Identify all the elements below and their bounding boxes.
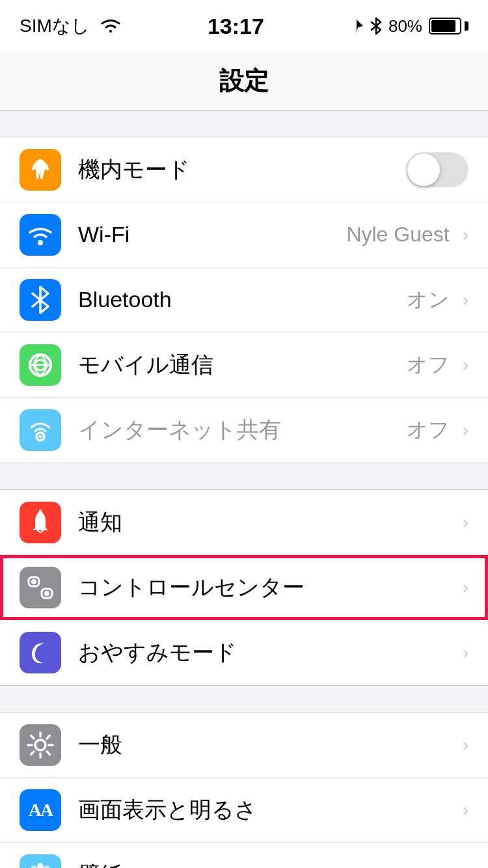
mobile-data-icon [26, 351, 55, 379]
airplane-mode-label: 機内モード [78, 155, 190, 185]
status-right: 80% [349, 16, 468, 36]
wallpaper-right: › [459, 865, 468, 868]
hotspot-label: インターネット共有 [78, 415, 281, 445]
bluetooth-content: Bluetooth オン › [78, 286, 468, 314]
svg-point-9 [44, 591, 49, 596]
bell-icon [27, 508, 53, 537]
bluetooth-chevron: › [463, 290, 468, 310]
svg-rect-5 [39, 509, 42, 512]
control-center-icon-bg [20, 567, 61, 608]
status-bar: SIMなし 13:17 80% [0, 0, 488, 52]
general-right: › [459, 735, 468, 755]
svg-point-4 [39, 435, 42, 439]
airplane-icon [27, 156, 54, 183]
do-not-disturb-row[interactable]: おやすみモード › [0, 620, 488, 685]
hotspot-icon [26, 416, 55, 444]
gear-icon [25, 730, 55, 760]
notifications-label: 通知 [78, 508, 122, 537]
bluetooth-status-icon [370, 17, 382, 35]
do-not-disturb-content: おやすみモード › [78, 638, 468, 668]
mobile-data-content: モバイル通信 オフ › [78, 350, 468, 380]
do-not-disturb-icon-bg [20, 632, 61, 673]
wallpaper-icon-bg [20, 854, 61, 868]
control-center-label: コントロールセンター [78, 573, 305, 603]
status-time: 13:17 [208, 14, 264, 39]
notifications-content: 通知 › [78, 508, 468, 537]
wifi-row-icon [26, 223, 55, 247]
notifications-row[interactable]: 通知 › [0, 490, 488, 555]
hotspot-content: インターネット共有 オフ › [78, 415, 468, 445]
wallpaper-chevron: › [463, 865, 468, 868]
wallpaper-content: 壁紙 › [78, 860, 468, 868]
control-center-right: › [459, 577, 468, 598]
mobile-data-label: モバイル通信 [78, 350, 213, 380]
wallpaper-label: 壁紙 [78, 860, 122, 868]
nav-bar: 設定 [0, 52, 488, 111]
do-not-disturb-right: › [459, 642, 468, 663]
mobile-data-chevron: › [463, 355, 468, 375]
section-gap-1 [0, 111, 488, 137]
bluetooth-row[interactable]: Bluetooth オン › [0, 267, 488, 332]
page-title: 設定 [219, 64, 269, 98]
svg-point-10 [35, 740, 46, 750]
display-content: 画面表示と明るさ › [78, 795, 468, 825]
carrier-label: SIMなし [20, 14, 90, 38]
hotspot-right: オフ › [407, 416, 468, 444]
mobile-data-right: オフ › [407, 351, 468, 379]
bluetooth-label: Bluetooth [78, 287, 172, 312]
hotspot-row[interactable]: インターネット共有 オフ › [0, 398, 488, 463]
moon-icon [26, 638, 55, 667]
wifi-content: Wi-Fi Nyle Guest › [78, 222, 468, 247]
section-gap-2 [0, 463, 488, 489]
notifications-right: › [459, 512, 468, 533]
hotspot-value: オフ [407, 416, 450, 444]
svg-point-0 [38, 240, 43, 245]
bluetooth-value: オン [407, 286, 450, 314]
battery-percent: 80% [388, 16, 422, 36]
control-center-content: コントロールセンター › [78, 573, 468, 603]
display-chevron: › [463, 800, 468, 821]
wifi-icon-bg [20, 214, 61, 256]
status-left: SIMなし [20, 14, 122, 38]
control-center-chevron: › [463, 577, 468, 598]
general-content: 一般 › [78, 730, 468, 760]
bluetooth-row-icon [29, 284, 52, 316]
general-row[interactable]: 一般 › [0, 712, 488, 778]
notification-group: 通知 › コントロールセンター › [0, 489, 488, 686]
wifi-icon [99, 17, 122, 35]
mobile-data-icon-bg [20, 344, 61, 386]
wifi-label: Wi-Fi [78, 222, 129, 247]
airplane-mode-toggle[interactable] [406, 152, 468, 187]
display-row[interactable]: AA 画面表示と明るさ › [0, 778, 488, 843]
switches-icon [25, 572, 56, 603]
section-gap-3 [0, 686, 488, 712]
svg-point-12 [37, 863, 44, 868]
control-center-row[interactable]: コントロールセンター › [0, 555, 488, 620]
display-label: 画面表示と明るさ [78, 795, 257, 825]
mobile-data-row[interactable]: モバイル通信 オフ › [0, 332, 488, 398]
hotspot-icon-bg [20, 409, 61, 451]
display-icon-bg: AA [20, 789, 61, 831]
display-right: › [459, 800, 468, 821]
wifi-value: Nyle Guest [346, 223, 449, 247]
hotspot-chevron: › [463, 420, 468, 441]
battery-indicator [429, 18, 468, 34]
wifi-right: Nyle Guest › [346, 223, 468, 247]
wifi-row[interactable]: Wi-Fi Nyle Guest › [0, 202, 488, 267]
do-not-disturb-chevron: › [463, 642, 468, 663]
general-chevron: › [463, 735, 468, 755]
wallpaper-row[interactable]: 壁紙 › [0, 843, 488, 868]
aa-icon: AA [29, 800, 52, 821]
airplane-mode-content: 機内モード [78, 152, 468, 187]
bluetooth-right: オン › [407, 286, 468, 314]
airplane-mode-row[interactable]: 機内モード [0, 137, 488, 202]
location-icon [349, 19, 364, 33]
mobile-data-value: オフ [407, 351, 450, 379]
notifications-chevron: › [463, 512, 468, 533]
flower-icon [26, 861, 55, 868]
general-group: 一般 › AA 画面表示と明るさ › [0, 712, 488, 868]
wifi-chevron: › [463, 224, 468, 245]
bluetooth-icon-bg [20, 279, 61, 321]
general-icon-bg [20, 724, 61, 766]
do-not-disturb-label: おやすみモード [78, 638, 237, 668]
